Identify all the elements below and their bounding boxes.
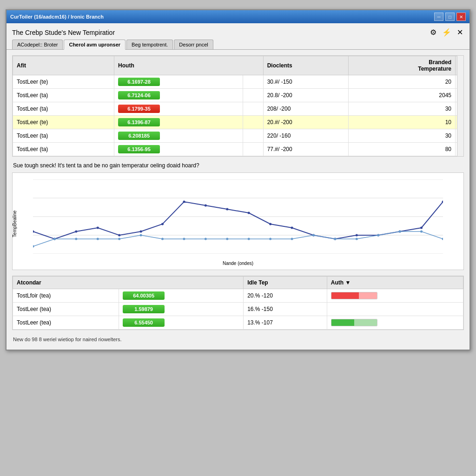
cell-bar: 6.1697-28: [114, 75, 243, 89]
cell-empty: [243, 143, 263, 156]
cell-temp: 20: [349, 75, 456, 89]
chart-dot: [140, 231, 142, 233]
cell-dioclents: 30.#/ -150: [263, 75, 349, 89]
main-table-row: TostLeer (ta) 6.208185 220/ -160 30: [13, 129, 463, 143]
tab-beg[interactable]: Beg tempotrent.: [126, 40, 173, 49]
cell-empty: [243, 116, 263, 129]
bottom-cell-auth: [327, 289, 463, 303]
chart-dot: [161, 223, 164, 225]
bottom-table-section: Atcondar Idle Tep Auth ▼ TostLfoir (tea)…: [12, 276, 464, 330]
close-button[interactable]: ✕: [456, 13, 466, 21]
bottom-cell-name: TostLeer (tea): [13, 316, 119, 330]
chart-inner: TempBealine 20 16 15 0 Nande (ondes): [14, 175, 462, 268]
chart-dot: [97, 227, 99, 229]
main-window: CurToiler (16/aadcm16) / Ironic Branch ─…: [6, 9, 470, 350]
bottom-cell-bar: 6.55450: [119, 316, 244, 330]
main-table-row: TostLeer (te) 6.1697-28 30.#/ -150 20: [13, 75, 463, 89]
close-icon[interactable]: ✕: [456, 27, 464, 38]
cell-bar: 6.1799-35: [114, 102, 243, 116]
chart-x-label: Nande (ondes): [223, 261, 253, 266]
tab-bar: ACodepel:: Broter Cherol avm upronser Be…: [7, 40, 469, 50]
bottom-cell-name: TostLeer (tea): [13, 303, 119, 316]
chart-dot: [75, 231, 77, 233]
main-table-scrollbar[interactable]: [457, 56, 463, 156]
col-header-houth: Houth: [114, 56, 264, 75]
status-text: New do 98 8 weriel wietiop for naired ri…: [12, 335, 464, 344]
main-table: Afit Houth Dioclents Branded Temperature…: [13, 56, 463, 156]
bottom-cell-idle: 20.% -120: [244, 289, 327, 303]
chart-dot: [269, 238, 271, 240]
minimize-button[interactable]: ─: [434, 13, 443, 21]
main-table-row: TostLeer (te) 6.1396-87 20.#/ -200 10: [13, 116, 463, 129]
bottom-table: Atcondar Idle Tep Auth ▼ TostLfoir (tea)…: [13, 276, 463, 330]
chart-line: [33, 231, 443, 246]
chart-container: TempBealine 20 16 15 0 Nande (ondes): [12, 172, 464, 270]
chart-dot: [248, 212, 250, 214]
bottom-col-idle: Idle Tep: [244, 277, 327, 289]
tab-acodepel[interactable]: ACodepel:: Broter: [12, 40, 63, 49]
col-header-dioclents: Dioclents: [263, 56, 349, 75]
bottom-col-auth: Auth ▼: [327, 277, 463, 289]
chart-question: Sue tough sneck! It's tent ta and be no …: [12, 162, 464, 169]
cell-name: TostLeer (ta): [13, 143, 114, 156]
cell-name: TostLeer (ta): [13, 89, 114, 102]
title-bar-text: CurToiler (16/aadcm16) / Ironic Branch: [10, 14, 104, 20]
bottom-cell-idle: 13.% -107: [244, 316, 327, 330]
chart-dot: [226, 238, 228, 240]
chart-dot: [442, 238, 443, 240]
tab-desorr[interactable]: Desorr pncel: [174, 40, 213, 49]
chart-dot: [269, 223, 271, 225]
cell-temp: 30: [349, 129, 456, 143]
settings-icon[interactable]: ⚙: [429, 27, 437, 38]
main-table-section: Afit Houth Dioclents Branded Temperature…: [12, 55, 464, 157]
cell-dioclents: 208/ -200: [263, 102, 349, 116]
cell-temp: 30: [349, 102, 456, 116]
chart-dot: [248, 238, 250, 240]
chart-dot: [97, 238, 99, 240]
chart-line: [33, 202, 443, 239]
chart-dot: [183, 201, 185, 203]
bottom-cell-auth: [327, 303, 463, 316]
chart-dot: [205, 205, 207, 207]
tab-cherol[interactable]: Cherol avm upronser: [64, 40, 126, 50]
cell-bar: 6.1356-95: [114, 143, 243, 156]
chart-y-label: TempBealine: [12, 211, 17, 238]
chart-svg: 20 16 15 0: [33, 179, 443, 254]
chart-dot: [183, 238, 185, 240]
chart-dot: [118, 238, 120, 240]
chart-dot: [377, 234, 379, 237]
cell-temp: 80: [349, 143, 456, 156]
chart-dot: [33, 245, 34, 248]
chart-dot: [140, 234, 142, 237]
cell-bar: 6.7124-06: [114, 89, 243, 102]
lightning-icon[interactable]: ⚡: [441, 27, 452, 38]
bottom-cell-bar: 1.59879: [119, 303, 244, 316]
cell-dioclents: 20.8/ -200: [263, 89, 349, 102]
title-bar-controls: ─ □ ✕: [434, 13, 466, 21]
bottom-cell-idle: 16.% -150: [244, 303, 327, 316]
main-table-row: TostLeer (ta) 6.1356-95 77.#/ -200 80: [13, 143, 463, 156]
cell-empty: [243, 129, 263, 143]
col-header-temp: Branded Temperature: [349, 56, 456, 75]
chart-dot: [226, 208, 228, 211]
cell-dioclents: 220/ -160: [263, 129, 349, 143]
chart-dot: [399, 231, 401, 233]
bottom-table-row: TostLeer (tea) 1.59879 16.% -150: [13, 303, 463, 316]
title-icons: ⚙ ⚡ ✕: [429, 27, 464, 38]
chart-dot: [53, 238, 56, 240]
cell-temp: 2045: [349, 89, 456, 102]
chart-dot: [118, 234, 120, 237]
chart-dot: [291, 238, 293, 240]
bottom-table-row: TostLeer (tea) 6.55450 13.% -107: [13, 316, 463, 330]
chart-dot: [75, 238, 77, 240]
bottom-col-atcondar: Atcondar: [13, 277, 244, 289]
col-header-afit: Afit: [13, 56, 114, 75]
chart-dot: [312, 234, 315, 237]
cell-name: TostLeer (ta): [13, 129, 114, 143]
maximize-button[interactable]: □: [445, 13, 455, 21]
chart-dot: [356, 238, 358, 240]
cell-name: TostLeer (te): [13, 116, 114, 129]
chart-dot: [291, 227, 293, 229]
main-table-row: TostLeer (ta) 6.7124-06 20.8/ -200 2045: [13, 89, 463, 102]
chart-dot: [420, 231, 423, 233]
